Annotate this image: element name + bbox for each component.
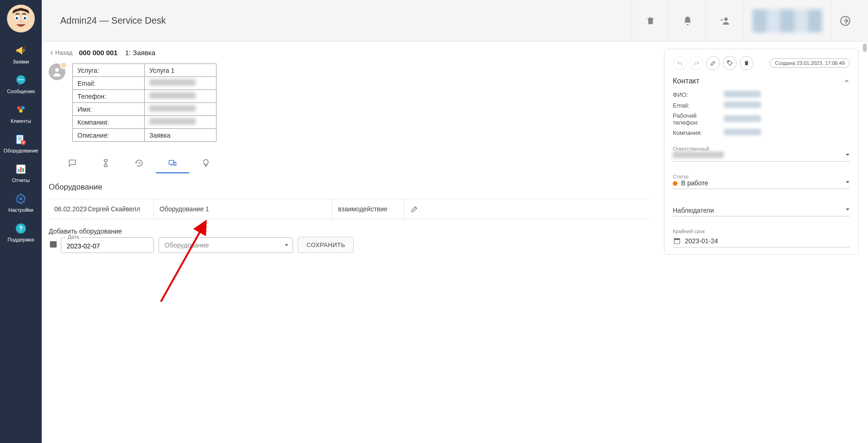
responsible-label: Ответственный	[673, 146, 850, 152]
svg-point-15	[21, 106, 25, 110]
sidebar-item-clients[interactable]: Клиенты	[4, 99, 38, 128]
svg-rect-40	[674, 239, 680, 240]
delete-ticket-button[interactable]	[740, 56, 753, 70]
tab-comments[interactable]	[56, 155, 89, 173]
contact-row: ФИО:	[673, 91, 850, 99]
sidebar-item-equipment[interactable]: Оборудование	[4, 128, 38, 158]
ticket-author-avatar[interactable]	[49, 63, 65, 80]
add-equipment-label: Добавить оборудование	[49, 228, 650, 235]
chevron-down-icon	[845, 178, 850, 186]
svg-point-6	[25, 18, 26, 19]
equipment-note: взаимодействие	[332, 199, 404, 219]
calendar-icon	[49, 240, 58, 250]
logout-button[interactable]	[831, 0, 859, 42]
app-title: Admin24 — Service Desk	[60, 15, 632, 26]
add-equipment-placeholder: Оборудование	[165, 241, 209, 249]
svg-point-16	[19, 109, 23, 113]
ticket-side-card: Создана 23.01.2023, 17:06:49 Контакт ФИО…	[664, 49, 859, 255]
contact-value	[724, 91, 761, 99]
deadline-value: 2023-01-24	[685, 237, 718, 245]
contact-value	[724, 129, 761, 137]
add-equipment-date-field[interactable]: Дата	[61, 237, 154, 253]
devices-icon	[168, 158, 177, 169]
svg-point-31	[55, 68, 59, 72]
contact-label: Email:	[673, 102, 724, 109]
meta-label: Услуга:	[73, 64, 145, 77]
back-label: Назад	[55, 49, 72, 56]
watchers-label: Наблюдатели	[673, 205, 850, 214]
comment-icon	[68, 158, 77, 169]
tab-history[interactable]	[122, 155, 156, 173]
contact-row: Рабочий телефон:	[673, 112, 850, 126]
sidebar-item-tickets[interactable]: Заявки	[4, 39, 38, 69]
contact-value	[724, 115, 761, 123]
sidebar-item-reports[interactable]: Отчеты	[4, 158, 38, 188]
current-user[interactable]	[743, 0, 831, 42]
tab-equipment[interactable]	[156, 155, 189, 173]
undo-button	[673, 56, 687, 70]
meta-value	[145, 116, 217, 129]
status-select[interactable]: Статус В работе	[673, 171, 850, 189]
equipment-row: 06.02.2023 Сергей Скайвелл Оборудование …	[49, 199, 650, 219]
svg-point-13	[22, 79, 24, 81]
ticket-id: 000 000 001	[79, 49, 117, 57]
equipment-edit-button[interactable]	[404, 199, 425, 219]
svg-point-9	[25, 49, 26, 50]
delete-button[interactable]	[632, 0, 669, 42]
created-at-badge: Создана 23.01.2023, 17:06:49	[770, 58, 850, 68]
svg-point-14	[17, 106, 21, 110]
edit-button[interactable]	[706, 56, 720, 70]
meta-value	[145, 90, 217, 103]
deadline-label: Крайний срок	[673, 228, 850, 234]
hourglass-icon	[101, 158, 110, 169]
chevron-down-icon	[284, 241, 289, 249]
meta-label: Телефон:	[73, 90, 145, 103]
meta-value	[145, 103, 217, 116]
tab-time[interactable]	[89, 155, 122, 173]
equipment-list-icon	[14, 133, 27, 146]
app-logo[interactable]	[7, 5, 35, 32]
chevron-down-icon	[845, 206, 850, 213]
responsible-select[interactable]: Ответственный	[673, 143, 850, 162]
meta-value: Заявка	[145, 129, 217, 142]
meta-label: Описание:	[73, 129, 145, 142]
svg-point-12	[20, 79, 22, 81]
add-user-button[interactable]	[706, 0, 743, 42]
deadline-field[interactable]: Крайний срок 2023-01-24	[673, 226, 850, 247]
scrollbar[interactable]	[861, 43, 868, 443]
sidebar-item-settings[interactable]: Настройки	[4, 188, 38, 217]
people-icon	[14, 103, 27, 116]
add-equipment-date-input[interactable]	[67, 242, 148, 250]
notifications-button[interactable]	[669, 0, 706, 42]
calendar-icon	[673, 237, 681, 245]
contact-heading: Контакт	[673, 77, 700, 85]
equipment-author: Сергей Скайвелл	[82, 199, 154, 219]
contact-label: Компания:	[673, 129, 724, 136]
tag-button[interactable]	[723, 56, 737, 70]
contact-label: Рабочий телефон:	[673, 112, 724, 126]
add-equipment-select[interactable]: Оборудование	[159, 237, 293, 253]
contact-value	[724, 101, 761, 109]
sidebar: ЗаявкиСообщенияКлиентыОборудованиеОтчеты…	[0, 0, 42, 443]
equipment-section-title: Оборудование	[49, 183, 650, 192]
meta-label: Имя:	[73, 103, 145, 116]
contact-row: Email:	[673, 101, 850, 109]
contact-section-toggle[interactable]: Контакт	[673, 77, 850, 85]
watchers-select[interactable]: Наблюдатели	[673, 202, 850, 216]
ticket-title: 1: Заявка	[125, 49, 155, 57]
svg-point-11	[18, 79, 19, 81]
gear-icon	[14, 192, 27, 205]
sidebar-item-messages[interactable]: Сообщения	[4, 69, 38, 99]
chevron-up-icon	[843, 78, 850, 84]
back-link[interactable]: Назад	[49, 49, 72, 56]
history-icon	[134, 158, 144, 169]
svg-rect-23	[18, 169, 19, 172]
tab-ideas[interactable]	[189, 155, 223, 173]
status-label: Статус	[673, 174, 850, 179]
breadcrumb: Назад 000 000 001 1: Заявка	[49, 49, 650, 57]
sidebar-item-support[interactable]: ?Поддержка	[4, 217, 38, 247]
svg-rect-25	[22, 168, 24, 172]
contact-row: Компания:	[673, 129, 850, 137]
svg-point-5	[16, 18, 17, 19]
save-button[interactable]: СОХРАНИТЬ	[298, 237, 354, 253]
